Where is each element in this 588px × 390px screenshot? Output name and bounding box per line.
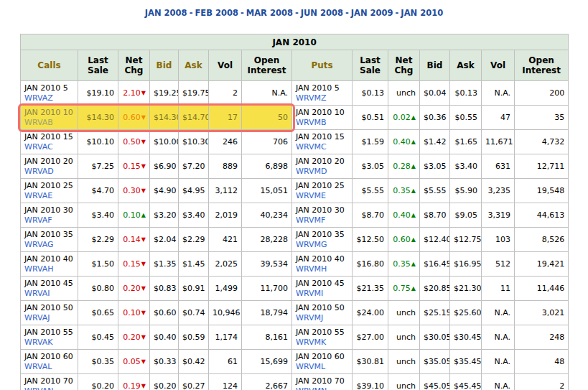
put-net-chg-value: 0.40 bbox=[393, 210, 411, 220]
call-ticker-link[interactable]: WRVAI bbox=[24, 289, 50, 299]
put-ticker-link[interactable]: WRVMB bbox=[296, 118, 326, 128]
put-last-sale-cell: $1.59 bbox=[353, 130, 388, 154]
column-header-calls-ask: Ask bbox=[179, 50, 209, 81]
put-contract-cell: JAN 2010 15WRVMC bbox=[292, 130, 353, 154]
nav-link-feb-2008[interactable]: FEB 2008 bbox=[195, 8, 238, 18]
option-row-jan-2010-5: JAN 2010 5WRVAZ$19.102.10▼$19.25$19.752N… bbox=[21, 81, 569, 106]
put-ticker-link[interactable]: WRVMH bbox=[296, 264, 327, 274]
put-contract-cell: JAN 2010 40WRVMH bbox=[292, 252, 353, 277]
call-ticker-link[interactable]: WRVAD bbox=[24, 167, 54, 177]
call-ticker-link[interactable]: WRVAN bbox=[24, 386, 54, 390]
column-header-puts-open-interest: Open Interest bbox=[515, 50, 569, 81]
put-vol-cell: 11 bbox=[482, 277, 515, 301]
call-vol-cell: 2,025 bbox=[209, 252, 242, 277]
option-row-jan-2010-35: JAN 2010 35WRVAG$2.290.14▼$2.04$2.294212… bbox=[21, 228, 569, 252]
call-last-sale-cell: $0.80 bbox=[78, 277, 118, 301]
put-open-interest-cell: 12,711 bbox=[515, 154, 569, 179]
call-ticker-link[interactable]: WRVAF bbox=[24, 215, 52, 226]
options-chain-table-wrap: JAN 2010 CallsLast SaleNet ChgBidAskVolO… bbox=[20, 34, 569, 390]
put-ticker-link[interactable]: WRVMZ bbox=[296, 93, 326, 103]
call-ask-cell: $4.95 bbox=[179, 179, 209, 203]
put-net-chg-value: 0.28 bbox=[393, 162, 411, 171]
nav-link-jan-2010[interactable]: JAN 2010 bbox=[401, 8, 443, 18]
put-ticker-link[interactable]: WRVMI bbox=[296, 289, 323, 299]
call-contract-cell: JAN 2010 50WRVAJ bbox=[21, 301, 78, 325]
put-open-interest-cell: 19,548 bbox=[515, 179, 569, 203]
put-ticker-link[interactable]: WRVMC bbox=[296, 142, 327, 152]
put-strike-label: JAN 2010 45 bbox=[296, 279, 348, 289]
nav-link-jan-2008[interactable]: JAN 2008 bbox=[145, 8, 187, 18]
put-ticker-link[interactable]: WRVMG bbox=[296, 240, 327, 250]
down-triangle-icon: ▼ bbox=[141, 261, 146, 267]
down-triangle-icon: ▼ bbox=[141, 310, 146, 316]
option-row-jan-2010-25: JAN 2010 25WRVAE$4.700.30▼$4.90$4.953,11… bbox=[21, 179, 569, 203]
put-ticker-link[interactable]: WRVMF bbox=[296, 215, 325, 226]
call-contract-cell: JAN 2010 25WRVAE bbox=[21, 179, 78, 203]
option-row-jan-2010-50: JAN 2010 50WRVAJ$0.650.10▼$0.60$0.7410,9… bbox=[21, 301, 569, 325]
put-ticker-link[interactable]: WRVMK bbox=[296, 338, 326, 348]
nav-link-mar-2008[interactable]: MAR 2008 bbox=[246, 8, 293, 18]
put-open-interest-cell: 4,732 bbox=[515, 130, 569, 154]
nav-separator: - bbox=[187, 8, 195, 18]
put-net-chg-cell: 0.35▲ bbox=[388, 252, 420, 277]
call-ask-cell: $0.91 bbox=[179, 277, 209, 301]
put-open-interest-cell: 3,021 bbox=[515, 301, 569, 325]
put-contract-cell: JAN 2010 70WRVMN bbox=[292, 374, 353, 390]
call-last-sale-cell: $14.30 bbox=[78, 106, 118, 130]
nav-link-jun-2008[interactable]: JUN 2008 bbox=[301, 8, 343, 18]
call-open-interest-cell: 15,699 bbox=[242, 350, 292, 374]
call-ask-cell: $0.27 bbox=[179, 374, 209, 390]
put-ticker-link[interactable]: WRVMN bbox=[296, 386, 327, 390]
unchanged-label: unch bbox=[396, 88, 416, 98]
call-ticker-link[interactable]: WRVAJ bbox=[24, 313, 50, 323]
put-net-chg-value: 0.35 bbox=[393, 186, 411, 195]
put-last-sale-cell: $0.13 bbox=[353, 81, 388, 106]
call-ticker-link[interactable]: WRVAZ bbox=[24, 93, 53, 103]
put-ticker-link[interactable]: WRVME bbox=[296, 191, 326, 201]
put-contract-cell: JAN 2010 45WRVMI bbox=[292, 277, 353, 301]
put-vol-cell: N.A. bbox=[482, 325, 515, 350]
call-open-interest-cell: 39,534 bbox=[242, 252, 292, 277]
put-ticker-link[interactable]: WRVMD bbox=[296, 167, 327, 177]
put-net-chg-value: 0.40 bbox=[393, 137, 411, 147]
call-last-sale-cell: $4.70 bbox=[78, 179, 118, 203]
call-ticker-link[interactable]: WRVAK bbox=[24, 338, 52, 348]
put-open-interest-cell: 35 bbox=[515, 106, 569, 130]
put-ticker-link[interactable]: WRVMJ bbox=[296, 313, 323, 323]
call-ticker-link[interactable]: WRVAG bbox=[24, 240, 54, 250]
down-triangle-icon: ▼ bbox=[141, 358, 146, 365]
call-ticker-link[interactable]: WRVAC bbox=[24, 142, 53, 152]
call-ticker-link[interactable]: WRVAL bbox=[24, 362, 52, 372]
expiration-nav: JAN 2008-FEB 2008-MAR 2008-JUN 2008-JAN … bbox=[0, 8, 588, 18]
put-ask-cell: $45.45 bbox=[450, 374, 482, 390]
call-bid-cell: $2.04 bbox=[150, 228, 179, 252]
put-vol-cell: N.A. bbox=[482, 350, 515, 374]
call-ask-cell: $2.29 bbox=[179, 228, 209, 252]
call-net-chg-cell: 0.14▼ bbox=[118, 228, 150, 252]
nav-link-jan-2009[interactable]: JAN 2009 bbox=[351, 8, 393, 18]
call-strike-label: JAN 2010 70 bbox=[24, 376, 74, 386]
call-ticker-link[interactable]: WRVAB bbox=[24, 118, 53, 128]
put-ask-cell: $35.45 bbox=[450, 350, 482, 374]
put-last-sale-cell: $8.70 bbox=[353, 203, 388, 228]
put-net-chg-value: 0.02 bbox=[393, 113, 411, 122]
call-contract-cell: JAN 2010 20WRVAD bbox=[21, 154, 78, 179]
call-ticker-link[interactable]: WRVAE bbox=[24, 191, 52, 201]
call-ticker-link[interactable]: WRVAH bbox=[24, 264, 54, 274]
call-contract-cell: JAN 2010 30WRVAF bbox=[21, 203, 78, 228]
column-header-puts-bid: Bid bbox=[420, 50, 450, 81]
down-triangle-icon: ▼ bbox=[141, 285, 146, 292]
put-bid-cell: $30.05 bbox=[420, 325, 450, 350]
call-bid-cell: $0.83 bbox=[150, 277, 179, 301]
put-strike-label: JAN 2010 60 bbox=[296, 352, 348, 362]
call-net-chg-value: 0.30 bbox=[123, 186, 141, 195]
put-bid-cell: $25.15 bbox=[420, 301, 450, 325]
put-ticker-link[interactable]: WRVML bbox=[296, 362, 325, 372]
option-row-jan-2010-60: JAN 2010 60WRVAL$0.350.05▼$0.33$0.426115… bbox=[21, 350, 569, 374]
call-ask-cell: $7.20 bbox=[179, 154, 209, 179]
put-ask-cell: $9.05 bbox=[450, 203, 482, 228]
column-header-calls-calls: Calls bbox=[21, 50, 78, 81]
call-bid-cell: $0.20 bbox=[150, 374, 179, 390]
put-bid-cell: $45.05 bbox=[420, 374, 450, 390]
up-triangle-icon: ▲ bbox=[411, 187, 416, 194]
